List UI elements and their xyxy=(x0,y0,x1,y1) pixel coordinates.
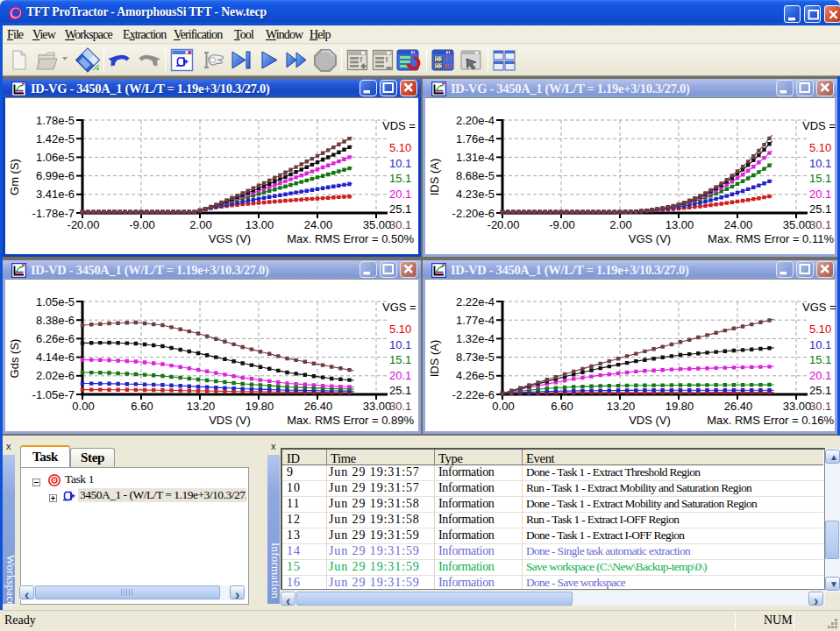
svg-text:IDS (A): IDS (A) xyxy=(428,159,441,196)
svg-text:6.26e-6: 6.26e-6 xyxy=(36,332,75,345)
svg-text:15.1: 15.1 xyxy=(809,353,831,366)
svg-text:10.1: 10.1 xyxy=(809,338,831,351)
svg-text:D1: D1 xyxy=(436,56,444,62)
svg-text:0.00: 0.00 xyxy=(72,400,94,413)
svg-text:6.60: 6.60 xyxy=(551,400,573,413)
svg-text:1.42e-5: 1.42e-5 xyxy=(36,132,75,145)
svg-text:D2: D2 xyxy=(436,63,444,69)
svg-text:13.20: 13.20 xyxy=(187,400,216,413)
svg-text:25.1: 25.1 xyxy=(809,202,831,216)
svg-text:35.00: 35.00 xyxy=(363,218,392,231)
svg-text:-20.00: -20.00 xyxy=(488,218,520,231)
svg-text:10.1: 10.1 xyxy=(389,157,411,170)
svg-text:2.00: 2.00 xyxy=(609,218,631,231)
svg-text:25.1: 25.1 xyxy=(389,202,411,216)
svg-text:6.99e-6: 6.99e-6 xyxy=(36,169,75,182)
svg-text:-20.00: -20.00 xyxy=(68,218,100,231)
svg-text:24.00: 24.00 xyxy=(304,218,333,231)
svg-text:VGS (V): VGS (V) xyxy=(629,232,671,245)
svg-text:25.1: 25.1 xyxy=(389,384,411,397)
svg-text:Max. RMS Error = 0.50%: Max. RMS Error = 0.50% xyxy=(287,232,414,245)
svg-text:26.40: 26.40 xyxy=(724,400,753,413)
svg-text:2.22e-4: 2.22e-4 xyxy=(456,295,495,308)
svg-text:20.1: 20.1 xyxy=(809,369,831,382)
svg-text:30.1: 30.1 xyxy=(389,400,411,413)
svg-text:0.00: 0.00 xyxy=(492,400,514,413)
svg-text:5.10: 5.10 xyxy=(389,323,411,336)
svg-text:13.00: 13.00 xyxy=(246,218,274,231)
svg-text:Gds (S): Gds (S) xyxy=(8,339,21,379)
svg-text:-2.22e-6: -2.22e-6 xyxy=(452,388,495,401)
svg-text:1.76e-4: 1.76e-4 xyxy=(456,132,495,145)
svg-text:E?: E? xyxy=(445,62,453,70)
svg-text:IDS (A): IDS (A) xyxy=(428,340,441,378)
svg-text:5.10: 5.10 xyxy=(809,141,831,154)
svg-text:VGS =: VGS = xyxy=(802,301,836,314)
svg-text:35.00: 35.00 xyxy=(783,218,812,231)
svg-text:30.1: 30.1 xyxy=(389,218,411,231)
svg-text:24.00: 24.00 xyxy=(724,218,753,231)
svg-text:-1.05e-7: -1.05e-7 xyxy=(32,388,75,401)
svg-text:8.68e-5: 8.68e-5 xyxy=(456,169,495,182)
svg-text:1.32e-4: 1.32e-4 xyxy=(456,332,495,345)
svg-text:VDS (V): VDS (V) xyxy=(209,414,251,427)
svg-text:15.1: 15.1 xyxy=(389,172,411,185)
svg-text:Max. RMS Error = 0.89%: Max. RMS Error = 0.89% xyxy=(287,414,414,427)
svg-text:15.1: 15.1 xyxy=(389,353,411,366)
svg-text:VDS =: VDS = xyxy=(802,119,836,132)
svg-text:20.1: 20.1 xyxy=(809,188,831,201)
svg-text:Gm (S): Gm (S) xyxy=(8,159,21,195)
svg-text:10.1: 10.1 xyxy=(389,338,411,351)
svg-text:VGS (V): VGS (V) xyxy=(209,232,251,245)
svg-text:4.14e-6: 4.14e-6 xyxy=(36,351,75,364)
svg-text:2.20e-4: 2.20e-4 xyxy=(456,114,495,127)
svg-text:3.41e-6: 3.41e-6 xyxy=(36,188,75,201)
svg-text:4.23e-5: 4.23e-5 xyxy=(456,188,495,201)
svg-text:15.1: 15.1 xyxy=(809,172,831,185)
svg-text:19.80: 19.80 xyxy=(246,400,274,413)
svg-text:1.06e-5: 1.06e-5 xyxy=(36,151,75,164)
svg-text:33.00: 33.00 xyxy=(783,400,812,413)
svg-text:33.00: 33.00 xyxy=(363,400,392,413)
svg-text:VGS =: VGS = xyxy=(382,301,416,314)
svg-text:13.20: 13.20 xyxy=(607,400,636,413)
svg-text:5.10: 5.10 xyxy=(389,141,411,154)
svg-text:VDS (V): VDS (V) xyxy=(629,414,671,427)
svg-text:30.1: 30.1 xyxy=(809,218,831,231)
svg-text:1.77e-4: 1.77e-4 xyxy=(456,314,495,327)
svg-text:Max. RMS Error = 0.16%: Max. RMS Error = 0.16% xyxy=(707,414,834,427)
svg-text:20.1: 20.1 xyxy=(389,188,411,201)
svg-text:19.80: 19.80 xyxy=(666,400,694,413)
svg-text:Max. RMS Error = 0.11%: Max. RMS Error = 0.11% xyxy=(708,232,834,245)
svg-text:6.60: 6.60 xyxy=(131,400,153,413)
svg-text:1.05e-5: 1.05e-5 xyxy=(36,295,75,308)
svg-text:VDS =: VDS = xyxy=(382,119,416,132)
svg-text:-9.00: -9.00 xyxy=(549,218,575,231)
svg-text:30.1: 30.1 xyxy=(809,400,831,413)
svg-text:25.1: 25.1 xyxy=(809,384,831,397)
svg-text:10.1: 10.1 xyxy=(809,157,831,170)
svg-text:8.73e-5: 8.73e-5 xyxy=(456,351,495,364)
svg-text:4.26e-5: 4.26e-5 xyxy=(456,369,495,382)
svg-text:8.38e-6: 8.38e-6 xyxy=(36,314,75,327)
svg-text:-9.00: -9.00 xyxy=(129,218,155,231)
svg-text:2.00: 2.00 xyxy=(189,218,211,231)
svg-text:5.10: 5.10 xyxy=(809,323,831,336)
svg-text:2.02e-6: 2.02e-6 xyxy=(36,369,75,382)
svg-text:20.1: 20.1 xyxy=(389,369,411,382)
svg-text:1.31e-4: 1.31e-4 xyxy=(456,151,495,164)
svg-text:1.78e-5: 1.78e-5 xyxy=(36,114,75,127)
svg-text:26.40: 26.40 xyxy=(304,400,333,413)
svg-text:13.00: 13.00 xyxy=(666,218,694,231)
